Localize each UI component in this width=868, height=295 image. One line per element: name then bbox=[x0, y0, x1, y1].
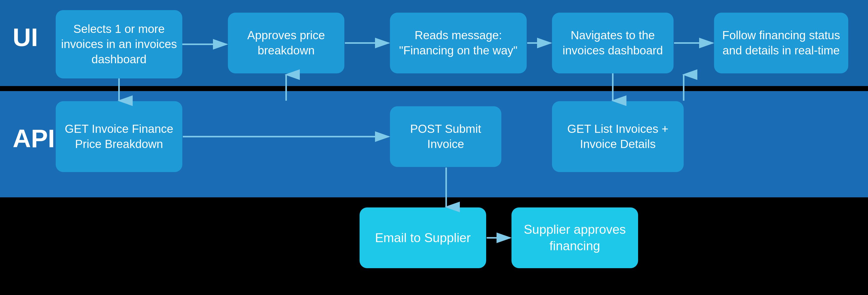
ui-label: UI bbox=[13, 23, 38, 52]
ui-node-5: Follow financing status and details in r… bbox=[714, 13, 848, 73]
api-node-1: GET Invoice Finance Price Breakdown bbox=[56, 101, 182, 172]
ui-node-2: Approves price breakdown bbox=[228, 13, 344, 73]
ui-node-1: Selects 1 or more invoices in an invoice… bbox=[56, 10, 182, 78]
bottom-node-1: Email to Supplier bbox=[360, 207, 486, 268]
diagram-container: UI API Selects 1 or more invoices in an … bbox=[0, 0, 868, 295]
ui-node-3: Reads message: "Financing on the way" bbox=[390, 13, 527, 73]
api-node-3: GET List Invoices + Invoice Details bbox=[552, 101, 684, 172]
bottom-node-2: Supplier approves financing bbox=[512, 207, 638, 268]
api-node-2: POST Submit Invoice bbox=[390, 106, 501, 167]
api-label: API bbox=[13, 124, 55, 153]
ui-node-4: Navigates to the invoices dashboard bbox=[552, 13, 674, 73]
